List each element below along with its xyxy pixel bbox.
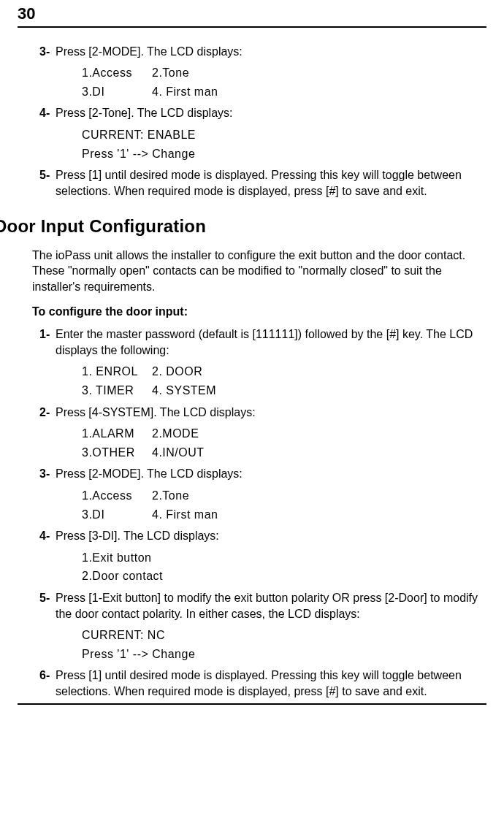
step-b3: 3-Press [2-MODE]. The LCD displays: 1.Ac… — [56, 466, 486, 524]
step-number: 5- — [39, 590, 56, 606]
menu-item: 3.DI — [82, 83, 152, 102]
lcd-menu: 1.Access 2.Tone 3.DI 4. First man — [82, 64, 486, 101]
step-text: Enter the master password (default is [1… — [56, 328, 473, 356]
step-a3: 3-Press [2-MODE]. The LCD displays: 1.Ac… — [56, 44, 486, 102]
step-text: Press [2-Tone]. The LCD displays: — [56, 107, 232, 119]
lcd-line: CURRENT: ENABLE — [82, 126, 486, 145]
step-text: Press [1-Exit button] to modify the exit… — [56, 592, 478, 620]
menu-item: 3.OTHER — [82, 443, 152, 462]
step-a4: 4-Press [2-Tone]. The LCD displays: CURR… — [56, 105, 486, 163]
lcd-lines: CURRENT: NC Press '1' --> Change — [82, 626, 486, 663]
section-heading: Door Input Configuration — [0, 215, 486, 238]
step-number: 3- — [39, 466, 56, 482]
menu-item: 4.IN/OUT — [152, 443, 205, 462]
step-text: Press [2-MODE]. The LCD displays: — [56, 45, 243, 58]
step-number: 5- — [39, 167, 56, 183]
menu-item: 4. First man — [152, 505, 218, 524]
procedure-subhead: To configure the door input: — [32, 304, 486, 320]
footer-rule — [18, 703, 486, 705]
lcd-line: 1.Exit button — [82, 548, 486, 567]
lcd-menu: 1. ENROL 2. DOOR 3. TIMER 4. SYSTEM — [82, 362, 486, 399]
menu-item: 2. DOOR — [152, 362, 202, 381]
menu-item: 1. ENROL — [82, 362, 152, 381]
lcd-line: CURRENT: NC — [82, 626, 486, 645]
steps-second-block: 1-Enter the master password (default is … — [56, 326, 486, 699]
intro-paragraph: The ioPass unit allows the installer to … — [32, 248, 486, 295]
step-b1: 1-Enter the master password (default is … — [56, 326, 486, 399]
step-b2: 2-Press [4-SYSTEM]. The LCD displays: 1.… — [56, 405, 486, 462]
step-number: 4- — [39, 528, 56, 544]
lcd-line: Press '1' --> Change — [82, 145, 486, 164]
menu-item: 2.Tone — [152, 486, 189, 505]
step-b4: 4-Press [3-DI]. The LCD displays: 1.Exit… — [56, 528, 486, 586]
step-number: 6- — [39, 668, 56, 684]
menu-item: 4. First man — [152, 83, 218, 102]
step-number: 1- — [39, 326, 56, 343]
step-b6: 6-Press [1] until desired mode is displa… — [56, 668, 486, 699]
header-rule — [18, 26, 486, 28]
menu-item: 2.MODE — [152, 424, 199, 443]
lcd-menu: 1.ALARM 2.MODE 3.OTHER 4.IN/OUT — [82, 424, 486, 462]
step-text: Press [3-DI]. The LCD displays: — [56, 529, 219, 542]
menu-item: 3.DI — [82, 505, 152, 524]
step-b5: 5-Press [1-Exit button] to modify the ex… — [56, 590, 486, 663]
step-number: 4- — [39, 105, 56, 121]
menu-item: 1.ALARM — [82, 424, 152, 443]
step-number: 2- — [39, 405, 56, 421]
step-text: Press [2-MODE]. The LCD displays: — [56, 467, 243, 480]
lcd-line: 2.Door contact — [82, 567, 486, 586]
step-number: 3- — [39, 44, 56, 60]
menu-item: 3. TIMER — [82, 381, 152, 400]
menu-item: 1.Access — [82, 486, 152, 505]
lcd-lines: 1.Exit button 2.Door contact — [82, 548, 486, 586]
page-number: 30 — [18, 0, 486, 26]
lcd-line: Press '1' --> Change — [82, 645, 486, 664]
step-text: Press [1] until desired mode is displaye… — [56, 669, 462, 697]
lcd-menu: 1.Access 2.Tone 3.DI 4. First man — [82, 486, 486, 524]
step-text: Press [4-SYSTEM]. The LCD displays: — [56, 406, 256, 418]
steps-first-block: 3-Press [2-MODE]. The LCD displays: 1.Ac… — [56, 44, 486, 199]
menu-item: 1.Access — [82, 64, 152, 83]
lcd-lines: CURRENT: ENABLE Press '1' --> Change — [82, 126, 486, 163]
menu-item: 4. SYSTEM — [152, 381, 216, 400]
menu-item: 2.Tone — [152, 64, 189, 83]
step-a5: 5-Press [1] until desired mode is displa… — [56, 167, 486, 199]
step-text: Press [1] until desired mode is displaye… — [56, 169, 462, 197]
